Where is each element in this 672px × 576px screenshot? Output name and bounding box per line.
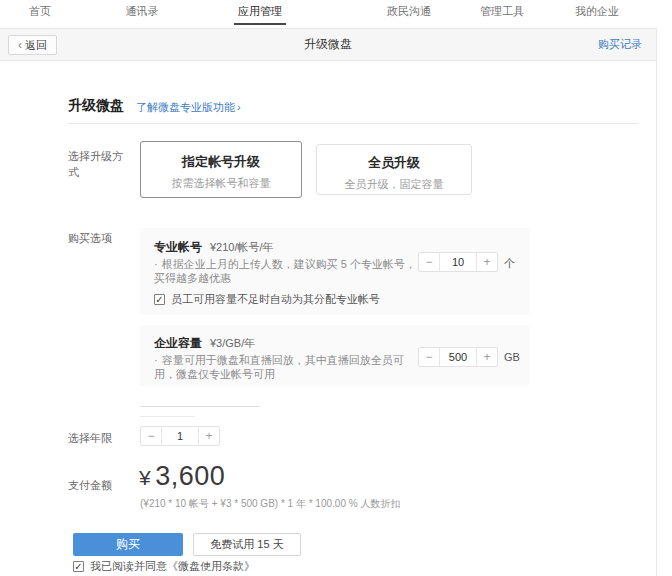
currency-symbol: ¥ bbox=[139, 466, 151, 489]
minus-button[interactable]: − bbox=[141, 427, 161, 445]
chevron-left-icon: ‹ bbox=[18, 38, 22, 52]
pro-account-desc-text: 根据企业上月的上传人数，建议购买 5 个专业帐号，买得越多越优惠 bbox=[154, 258, 416, 284]
years-label: 选择年限 bbox=[68, 430, 112, 446]
mode-card-all-members[interactable]: 全员升级 全员升级，固定容量 bbox=[316, 144, 472, 195]
mode-card-designated-account[interactable]: 指定帐号升级 按需选择帐号和容量 bbox=[140, 141, 302, 198]
years-stepper: − 1 + bbox=[140, 426, 220, 446]
chevron-right-icon: › bbox=[237, 101, 241, 113]
capacity-desc-text: 容量可用于微盘和直播回放，其中直播回放全员可用，微盘仅专业帐号可用 bbox=[154, 354, 404, 380]
minus-icon: − bbox=[425, 255, 432, 269]
capacity-title: 企业容量¥3/GB/年 bbox=[154, 335, 255, 352]
purchase-options-label: 购买选项 bbox=[68, 230, 112, 246]
plus-icon: + bbox=[483, 350, 490, 364]
pro-account-title: 专业帐号¥210/帐号/年 bbox=[154, 239, 274, 256]
auto-assign-checkbox[interactable]: ✓ bbox=[154, 294, 165, 305]
bullet: · bbox=[154, 354, 158, 366]
pro-account-desc: ·根据企业上月的上传人数，建议购买 5 个专业帐号，买得越多越优惠 bbox=[154, 257, 416, 285]
auto-assign-label: 员工可用容量不足时自动为其分配专业帐号 bbox=[171, 292, 380, 307]
top-nav: 首页 通讯录 应用管理 政民沟通 管理工具 我的企业 bbox=[0, 0, 656, 28]
pro-account-panel: 专业帐号¥210/帐号/年 ·根据企业上月的上传人数，建议购买 5 个专业帐号，… bbox=[140, 228, 530, 315]
mode-card-desc: 全员升级，固定容量 bbox=[317, 177, 471, 192]
divider bbox=[68, 123, 638, 124]
agree-checkrow[interactable]: ✓ 我已阅读并同意《微盘使用条款》 bbox=[73, 559, 255, 574]
amount-value: 3,600 bbox=[155, 461, 225, 491]
page-title: 升级微盘 bbox=[0, 29, 656, 60]
years-qty-input[interactable]: 1 bbox=[161, 427, 199, 445]
mode-card-desc: 按需选择帐号和容量 bbox=[141, 176, 301, 191]
back-button[interactable]: ‹返回 bbox=[8, 35, 57, 55]
tab-admin-tools[interactable]: 管理工具 bbox=[476, 4, 528, 23]
learn-more-label: 了解微盘专业版功能 bbox=[136, 101, 235, 113]
free-trial-button[interactable]: 免费试用 15 天 bbox=[193, 533, 301, 556]
capacity-price: ¥3/GB/年 bbox=[210, 337, 255, 349]
buy-button[interactable]: 购买 bbox=[73, 533, 183, 556]
pro-account-name: 专业帐号 bbox=[154, 240, 202, 254]
plus-icon: + bbox=[483, 255, 490, 269]
page-header-bar: 升级微盘 ‹返回 购买记录 bbox=[0, 28, 656, 61]
purchase-records-link[interactable]: 购买记录 bbox=[598, 29, 642, 60]
auto-assign-checkrow[interactable]: ✓ 员工可用容量不足时自动为其分配专业帐号 bbox=[154, 292, 380, 307]
plus-button[interactable]: + bbox=[477, 253, 497, 271]
mode-card-title: 指定帐号升级 bbox=[141, 153, 301, 171]
capacity-stepper: − 500 + bbox=[418, 347, 498, 367]
tab-app-management[interactable]: 应用管理 bbox=[234, 4, 286, 25]
pro-account-price: ¥210/帐号/年 bbox=[210, 241, 274, 253]
capacity-panel: 企业容量¥3/GB/年 ·容量可用于微盘和直播回放，其中直播回放全员可用，微盘仅… bbox=[140, 325, 530, 386]
upgrade-wedrive-page: 首页 通讯录 应用管理 政民沟通 管理工具 我的企业 升级微盘 ‹返回 购买记录… bbox=[0, 0, 672, 576]
pro-account-stepper: − 10 + bbox=[418, 252, 498, 272]
pro-account-qty-input[interactable]: 10 bbox=[439, 253, 477, 271]
mode-card-title: 全员升级 bbox=[317, 154, 471, 172]
capacity-unit: GB bbox=[504, 351, 520, 363]
tab-communication[interactable]: 政民沟通 bbox=[383, 4, 435, 23]
agree-label: 我已阅读并同意《微盘使用条款》 bbox=[90, 559, 255, 574]
capacity-desc: ·容量可用于微盘和直播回放，其中直播回放全员可用，微盘仅专业帐号可用 bbox=[154, 353, 416, 381]
minus-icon: − bbox=[425, 350, 432, 364]
section-title: 升级微盘 bbox=[68, 97, 124, 115]
back-button-label: 返回 bbox=[25, 39, 47, 51]
payment-formula: (¥210 * 10 帐号 + ¥3 * 500 GB) * 1 年 * 100… bbox=[140, 497, 400, 511]
payment-label: 支付金额 bbox=[68, 477, 112, 493]
pro-account-unit: 个 bbox=[504, 256, 515, 271]
capacity-name: 企业容量 bbox=[154, 336, 202, 350]
divider bbox=[140, 416, 195, 417]
minus-icon: − bbox=[147, 429, 154, 443]
minus-button[interactable]: − bbox=[419, 348, 439, 366]
upgrade-mode-label: 选择升级方式 bbox=[68, 148, 128, 180]
capacity-qty-input[interactable]: 500 bbox=[439, 348, 477, 366]
learn-more-link[interactable]: 了解微盘专业版功能› bbox=[136, 100, 241, 115]
bullet: · bbox=[154, 258, 158, 270]
tab-contacts[interactable]: 通讯录 bbox=[122, 4, 163, 23]
plus-button[interactable]: + bbox=[477, 348, 497, 366]
plus-button[interactable]: + bbox=[199, 427, 219, 445]
minus-button[interactable]: − bbox=[419, 253, 439, 271]
tab-my-company[interactable]: 我的企业 bbox=[571, 4, 623, 23]
plus-icon: + bbox=[205, 429, 212, 443]
payment-amount: ¥ 3,600 bbox=[139, 461, 225, 492]
check-icon: ✓ bbox=[155, 295, 163, 305]
tab-home[interactable]: 首页 bbox=[25, 4, 55, 23]
page-right-edge bbox=[656, 28, 657, 576]
divider bbox=[140, 406, 260, 407]
agree-checkbox[interactable]: ✓ bbox=[73, 561, 84, 572]
check-icon: ✓ bbox=[74, 562, 82, 572]
